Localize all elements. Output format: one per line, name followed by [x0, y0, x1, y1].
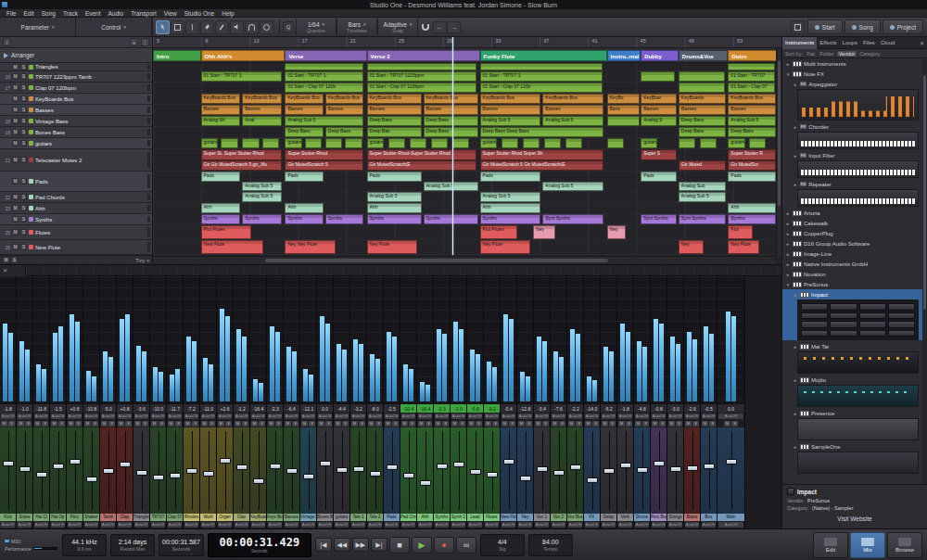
channel-mute-button[interactable]: M — [235, 421, 241, 426]
split-tool-icon[interactable] — [185, 20, 199, 34]
track-header-telecaster-mutes-2[interactable]: 21MSTelecaster Mutes 2 — [0, 149, 152, 172]
clip[interactable]: Pads — [201, 172, 241, 182]
automation-mode-button[interactable]: AutoOff — [634, 413, 650, 420]
channel-gain-value[interactable]: -1.8 — [0, 403, 16, 413]
track-lane-pads[interactable]: PadsPadsPadsPadsPadsPadsAnalog Sub 5Anal… — [153, 172, 781, 192]
channel-solo-button[interactable]: S — [375, 421, 382, 426]
clip[interactable] — [367, 63, 477, 70]
menu-edit[interactable]: Edit — [19, 9, 37, 18]
browser-entry-sampleone[interactable]: ▸SampleOne — [782, 441, 922, 474]
mixer-channel-verb[interactable]: -1.8AutoOffMSVerbAutoOff — [617, 276, 634, 528]
insert-slot-button[interactable]: AutoOff — [33, 521, 49, 528]
clip[interactable]: KeyBoards Bus — [285, 94, 323, 104]
channel-solo-button[interactable]: S — [709, 421, 716, 426]
mute-button[interactable]: M — [12, 129, 19, 135]
channel-fader[interactable] — [200, 427, 216, 514]
solo-button[interactable]: S — [20, 129, 27, 135]
mixer-channel-flutes[interactable]: -9.2AutoOffMSFlutesAutoOff — [484, 276, 501, 528]
automation-mode-button[interactable]: AutoOff — [50, 413, 66, 420]
eraser-tool-icon[interactable] — [200, 20, 214, 34]
channel-mute-button[interactable]: M — [518, 421, 525, 426]
browser-item-input-filter[interactable]: ▸FXInput Filter — [782, 150, 922, 160]
mixer-channel-ahh[interactable]: -16.4AutoOffMSAhhAutoOff — [417, 276, 434, 528]
channel-fader[interactable] — [684, 427, 700, 514]
channel-mute-button[interactable]: M — [168, 421, 174, 426]
fader-handle[interactable] — [553, 470, 565, 476]
channel-fader[interactable] — [367, 427, 383, 514]
marker-drums-vox[interactable]: Drums&Vox — [679, 50, 729, 61]
fader-handle[interactable] — [153, 475, 164, 480]
browser-item-copperplug[interactable]: ▸CopperPlug — [782, 228, 922, 238]
mute-tool-icon[interactable] — [230, 20, 244, 34]
view-button-browse[interactable]: Browse — [887, 532, 922, 558]
channel-solo-button[interactable]: S — [576, 421, 582, 426]
solo-button[interactable]: S — [20, 244, 27, 250]
clip[interactable]: KeyBoards Bus — [367, 94, 422, 104]
channel-gain-value[interactable]: -9.2 — [484, 403, 500, 413]
channel-gain-value[interactable]: -0.8 — [651, 403, 667, 413]
channel-gain-value[interactable]: -1.8 — [617, 403, 633, 413]
automation-mode-button[interactable]: AutoOff — [167, 413, 183, 420]
clip[interactable]: Gtr MutedScratch(E — [367, 160, 477, 172]
mixer-channel-drums[interactable]: -4.8AutoOffMSDrumsAutoOff — [634, 276, 651, 528]
clip[interactable]: KeyBoards Bus — [480, 94, 541, 104]
clip[interactable]: Analog Sub 5 — [480, 116, 541, 126]
insert-slot-button[interactable]: AutoOff — [367, 521, 383, 528]
secondary-time-display[interactable]: 00:00:31.587 Seconds — [159, 534, 204, 556]
clip[interactable]: Deep Bass — [367, 116, 422, 126]
channel-fader[interactable] — [83, 427, 99, 514]
clip[interactable]: Synths — [201, 214, 241, 224]
browser-tab-cloud[interactable]: Cloud — [878, 37, 898, 49]
clip[interactable]: Analog Sub 5 — [424, 182, 478, 192]
channel-fader[interactable] — [150, 427, 166, 514]
channel-gain-value[interactable]: -1.5 — [50, 403, 66, 413]
clip[interactable]: Ahh — [285, 203, 323, 213]
mixer-channel-strings[interactable]: -3.0AutoOffMSStringsAutoOff — [667, 276, 684, 528]
clip[interactable] — [262, 138, 279, 148]
channel-mute-button[interactable]: M — [385, 421, 391, 426]
insert-slot-button[interactable]: AutoOff — [501, 521, 516, 528]
channel-solo-button[interactable]: S — [676, 421, 682, 426]
clip[interactable]: Synths — [728, 214, 776, 224]
mixer-channel-triangles[interactable]: -3.6AutoOffMSTrianglesAutoOff — [133, 276, 150, 528]
insert-slot-button[interactable]: AutoOff — [451, 521, 466, 528]
insert-slot-button[interactable]: AutoOff — [250, 521, 266, 528]
clip[interactable]: Ahh — [480, 203, 541, 213]
channel-gain-value[interactable]: -11.0 — [200, 403, 216, 413]
clip[interactable]: Analog Sub 5 — [242, 192, 282, 202]
mixer-channel-new-flute[interactable]: -0.4AutoOffMSNew FluteAutoOff — [501, 276, 517, 528]
mixer-channel-rhodes[interactable]: -7.2AutoOffMSRhodesAutoOff — [184, 276, 200, 528]
insert-slot-button[interactable]: AutoOff — [617, 521, 633, 528]
clip[interactable]: Gtr MutedScr — [728, 160, 776, 172]
channel-solo-button[interactable]: S — [609, 421, 616, 426]
clip[interactable]: Flut Flutes — [201, 225, 251, 239]
channel-solo-button[interactable]: S — [92, 421, 98, 426]
insert-slot-button[interactable]: AutoOff — [133, 521, 149, 528]
insert-slot-button[interactable]: AutoOff — [267, 521, 283, 528]
channel-solo-button[interactable]: S — [342, 421, 349, 426]
marker-intro[interactable]: Intro — [153, 50, 201, 61]
mixer-channel-pads[interactable]: -2.5AutoOffMSPadsAutoOff — [384, 276, 400, 528]
insert-slot-button[interactable]: AutoOff — [684, 521, 700, 528]
channel-gain-value[interactable]: +0.8 — [67, 403, 83, 413]
channel-fader[interactable] — [534, 427, 550, 514]
channel-fader[interactable] — [33, 427, 49, 514]
channel-gain-value[interactable]: -8.0 — [367, 403, 383, 413]
clip[interactable]: Analog Sub 5 — [367, 192, 422, 202]
clip[interactable]: Deep Bass Deep Bass — [480, 127, 604, 137]
fader-handle[interactable] — [403, 473, 414, 478]
automation-mode-button[interactable]: AutoOff — [217, 413, 233, 420]
channel-mute-button[interactable]: M — [201, 421, 208, 426]
channel-mute-button[interactable]: M — [568, 421, 575, 426]
automation-mode-button[interactable]: AutoOff — [651, 413, 667, 420]
fader-handle[interactable] — [453, 462, 464, 467]
channel-gain-value[interactable]: +0.8 — [117, 403, 133, 413]
track-header-ahh[interactable]: 23MSAhh — [0, 203, 152, 214]
channel-mute-button[interactable]: M — [18, 421, 24, 426]
fader-handle[interactable] — [86, 477, 97, 482]
track-lane-ahh[interactable]: AhhAhhAhhAhhAhh — [153, 203, 781, 214]
mute-button[interactable]: M — [12, 205, 19, 211]
menu-studio-one[interactable]: Studio One — [181, 9, 219, 18]
automation-mode-button[interactable]: AutoOff — [317, 413, 333, 420]
insert-slot-button[interactable]: AutoOff — [334, 521, 349, 528]
